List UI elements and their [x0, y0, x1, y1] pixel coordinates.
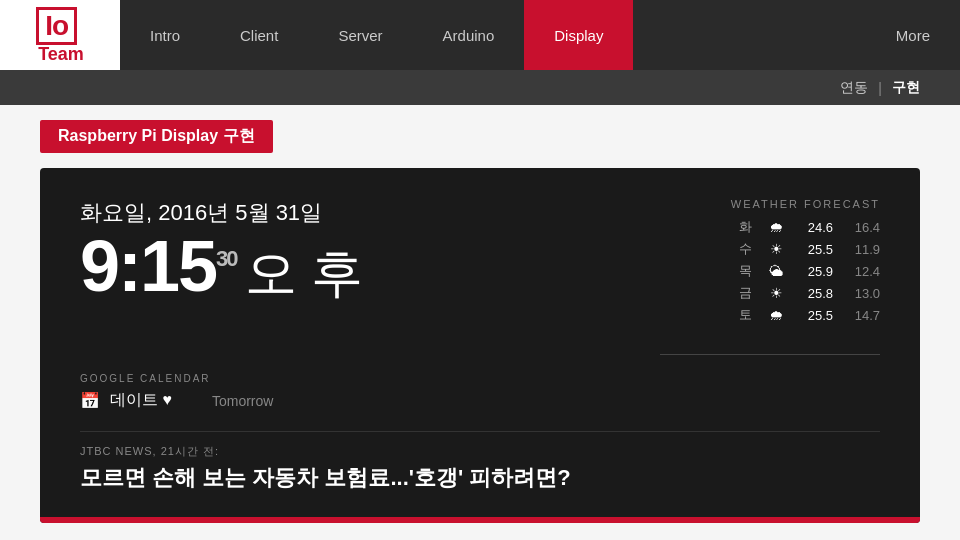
weather-high: 25.5 — [798, 308, 833, 323]
nav-item-more[interactable]: More — [866, 0, 960, 70]
logo-area: Io Team — [0, 0, 120, 70]
nav-item-arduino[interactable]: Arduino — [413, 0, 525, 70]
weather-day: 목 — [736, 262, 754, 280]
weather-row: 토 🌧 25.5 14.7 — [600, 306, 880, 324]
sub-nav: 연동 | 구현 — [0, 70, 960, 105]
weather-row: 금 ☀ 25.8 13.0 — [600, 284, 880, 302]
calendar-label: GOOGLE CALENDAR — [80, 373, 880, 384]
weather-low: 11.9 — [845, 242, 880, 257]
weather-table: 화 🌧 24.6 16.4 수 ☀ 25.5 11.9 목 🌥 25.9 12.… — [600, 218, 880, 324]
weather-icon: ☀ — [766, 285, 786, 301]
weather-low: 12.4 — [845, 264, 880, 279]
nav-item-intro[interactable]: Intro — [120, 0, 210, 70]
display-date: 화요일, 2016년 5월 31일 — [80, 198, 600, 228]
weather-day: 수 — [736, 240, 754, 258]
weather-high: 24.6 — [798, 220, 833, 235]
nav-item-display[interactable]: Display — [524, 0, 633, 70]
time-value: 9:15 — [80, 226, 216, 306]
weather-high: 25.9 — [798, 264, 833, 279]
page-content: Raspberry Pi Display 구현 화요일, 2016년 5월 31… — [0, 105, 960, 523]
page-title: Raspberry Pi Display 구현 — [40, 120, 273, 153]
logo: Io Team — [36, 7, 84, 63]
display-time: 9:1530 — [80, 230, 237, 302]
weather-low: 14.7 — [845, 308, 880, 323]
calendar-section: GOOGLE CALENDAR 📅 데이트 ♥ Tomorrow — [80, 373, 880, 411]
weather-day: 토 — [736, 306, 754, 324]
display-ampm: 오 후 — [245, 239, 363, 309]
sub-nav-items: 연동 | 구현 — [840, 79, 920, 97]
header: Io Team Intro Client Server Arduino Disp… — [0, 0, 960, 70]
weather-low: 13.0 — [845, 286, 880, 301]
nav-item-server[interactable]: Server — [308, 0, 412, 70]
weather-divider — [660, 354, 880, 355]
weather-day: 금 — [736, 284, 754, 302]
weather-icon: 🌥 — [766, 263, 786, 279]
weather-high: 25.8 — [798, 286, 833, 301]
logo-team: Team — [36, 45, 84, 63]
display-datetime: 화요일, 2016년 5월 31일 9:1530 오 후 — [80, 198, 600, 309]
weather-day: 화 — [736, 218, 754, 236]
nav-bar: Intro Client Server Arduino Display More — [120, 0, 960, 70]
calendar-icon: 📅 — [80, 391, 100, 410]
display-time-row: 9:1530 오 후 — [80, 230, 600, 309]
display-top: 화요일, 2016년 5월 31일 9:1530 오 후 WEATHER FOR… — [80, 198, 880, 324]
news-headline: 모르면 손해 보는 자동차 보험료...'호갱' 피하려면? — [80, 463, 880, 493]
bottom-bar — [40, 517, 920, 523]
weather-low: 16.4 — [845, 220, 880, 235]
calendar-event: 📅 데이트 ♥ Tomorrow — [80, 390, 880, 411]
nav-item-client[interactable]: Client — [210, 0, 308, 70]
weather-title: WEATHER FORECAST — [600, 198, 880, 210]
display-preview: 화요일, 2016년 5월 31일 9:1530 오 후 WEATHER FOR… — [40, 168, 920, 523]
weather-section: WEATHER FORECAST 화 🌧 24.6 16.4 수 ☀ 25.5 … — [600, 198, 880, 324]
sub-nav-divider: | — [878, 80, 882, 96]
calendar-event-name: 데이트 ♥ — [110, 390, 172, 411]
news-section: JTBC NEWS, 21시간 전: 모르면 손해 보는 자동차 보험료...'… — [80, 431, 880, 493]
sub-nav-item-guhyun[interactable]: 구현 — [892, 79, 920, 97]
weather-row: 목 🌥 25.9 12.4 — [600, 262, 880, 280]
weather-row: 화 🌧 24.6 16.4 — [600, 218, 880, 236]
logo-io: Io — [36, 7, 77, 45]
calendar-tomorrow: Tomorrow — [212, 393, 273, 409]
weather-high: 25.5 — [798, 242, 833, 257]
sub-nav-item-yondong[interactable]: 연동 — [840, 79, 868, 97]
weather-icon: ☀ — [766, 241, 786, 257]
weather-row: 수 ☀ 25.5 11.9 — [600, 240, 880, 258]
weather-icon: 🌧 — [766, 219, 786, 235]
weather-icon: 🌧 — [766, 307, 786, 323]
news-source: JTBC NEWS, 21시간 전: — [80, 444, 880, 459]
display-seconds: 30 — [216, 246, 236, 271]
